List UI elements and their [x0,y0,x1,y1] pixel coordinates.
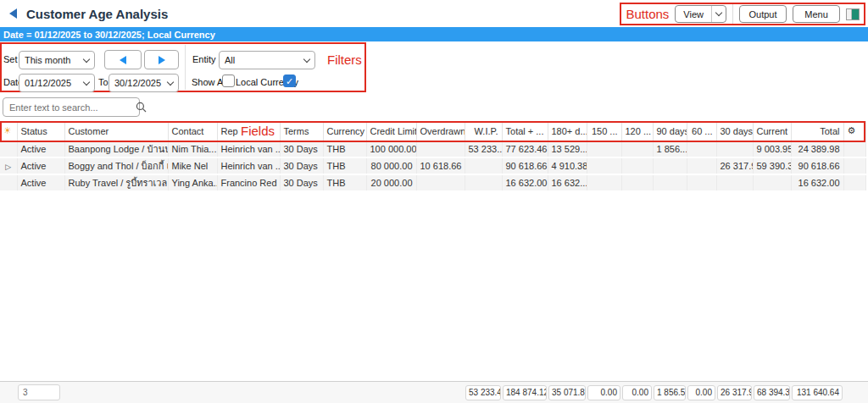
cell-120-days[interactable] [621,174,653,191]
cell-current[interactable] [753,174,791,191]
column-chooser-gear-icon[interactable]: ⚙ [843,121,865,141]
cell-60-days[interactable] [687,174,716,191]
cell-contact[interactable]: Nim Thia... [168,141,217,157]
cell-credit-limit[interactable]: 100 000.00 [366,141,416,157]
cell-90-days[interactable] [653,157,687,174]
column-header-90-days[interactable]: 90 days [653,121,687,141]
cell-total[interactable]: 24 389.98 [791,141,843,157]
column-header-60-days[interactable]: 60 ... [687,121,716,141]
cell-overdrawn[interactable] [416,174,465,191]
entity-dropdown[interactable]: All [219,51,315,69]
cell-120-days[interactable] [621,157,653,174]
back-arrow-icon[interactable] [9,8,17,19]
column-header-current[interactable]: Current [753,121,791,141]
cell-overdrawn[interactable]: 10 618.66 [416,157,465,174]
cell-total[interactable]: 16 632.00 [791,174,843,191]
output-button[interactable]: Output [739,5,787,23]
search-input[interactable] [3,102,136,113]
column-header-rep[interactable]: Rep [217,121,280,141]
cell-customer[interactable]: Ruby Travel / รูบี้ทราเวล [64,174,168,191]
cell-currency[interactable]: THB [323,141,366,157]
sun-icon[interactable]: ☀ [3,125,12,136]
cell-customer[interactable]: Baanpong Lodge / บ้านปงล... [64,141,168,157]
view-button-label[interactable]: View [676,6,711,22]
cell-rep[interactable]: Francino Red [217,174,280,191]
cell-total[interactable]: 90 618.66 [791,157,843,174]
cell-terms[interactable]: 30 Days [280,174,323,191]
cell-contact[interactable]: Ying Anka... [168,174,217,191]
row-indicator [0,141,17,157]
table-row[interactable]: ▷ Active Boggy and Thol / บ็อกกี้ แอ... … [0,157,865,174]
search-icon[interactable] [136,102,147,113]
cell-current[interactable]: 9 003.95 [753,141,791,157]
column-header-total-wip[interactable]: Total + ... [502,121,548,141]
cell-currency[interactable]: THB [323,174,366,191]
cell-status[interactable]: Active [17,174,64,191]
column-header-150-days[interactable]: 150 ... [587,121,621,141]
next-period-button[interactable] [144,50,179,69]
column-header-customer[interactable]: Customer [64,121,168,141]
column-header-30-days[interactable]: 30 days [716,121,753,141]
column-header-overdrawn[interactable]: Overdrawn [416,121,465,141]
cell-credit-limit[interactable]: 20 000.00 [366,174,416,191]
column-header-180-days[interactable]: 180+ d... [548,121,587,141]
summary-90-days: 1 856.55 [654,385,686,400]
cell-30-days[interactable] [716,174,753,191]
column-header-currency[interactable]: Currency [323,121,366,141]
menu-button[interactable]: Menu [793,5,840,23]
cell-currency[interactable]: THB [323,157,366,174]
title-bar: Customer Age Analysis Buttons View Outpu… [0,0,868,27]
cell-rep[interactable]: Heinrich van ... [217,141,280,157]
cell-30-days[interactable] [716,141,753,157]
date-to-dropdown[interactable]: 30/12/2025 [108,74,179,92]
cell-rep[interactable]: Heinrich van ... [217,157,280,174]
cell-150-days[interactable] [587,157,621,174]
cell-overdrawn[interactable] [416,141,465,157]
cell-total-wip[interactable]: 90 618.66 [502,157,548,174]
cell-contact[interactable]: Mike Nel [168,157,217,174]
prev-period-button[interactable] [104,50,142,69]
column-header-status[interactable]: Status [17,121,64,141]
table-row[interactable]: Active Baanpong Lodge / บ้านปงล... Nim T… [0,141,865,157]
cell-60-days[interactable] [687,157,716,174]
column-header-wip[interactable]: W.I.P. [465,121,502,141]
view-button[interactable]: View [675,5,726,23]
cell-terms[interactable]: 30 Days [280,141,323,157]
table-row[interactable]: Active Ruby Travel / รูบี้ทราเวล Ying An… [0,174,865,191]
cell-60-days[interactable] [687,141,716,157]
column-header-total[interactable]: Total [791,121,843,141]
cell-180-days[interactable]: 13 529.... [548,141,587,157]
column-header-120-days[interactable]: 120 ... [621,121,653,141]
divider [185,45,186,90]
cell-90-days[interactable]: 1 856.... [653,141,687,157]
entity-label: Entity [192,54,216,64]
cell-status[interactable]: Active [17,141,64,157]
cell-current[interactable]: 59 390.35 [753,157,791,174]
cell-180-days[interactable]: 4 910.38 [548,157,587,174]
cell-90-days[interactable] [653,174,687,191]
set-dropdown[interactable]: This month [19,51,95,69]
cell-150-days[interactable] [587,141,621,157]
cell-total-wip[interactable]: 77 623.46 [502,141,548,157]
show-all-checkbox[interactable] [222,75,235,87]
cell-wip[interactable] [465,174,502,191]
cell-terms[interactable]: 30 Days [280,157,323,174]
chevron-down-icon [303,55,310,62]
cell-180-days[interactable]: 16 632.... [548,174,587,191]
cell-120-days[interactable] [621,141,653,157]
panel-toggle-icon[interactable] [846,8,860,20]
column-header-contact[interactable]: Contact [168,121,217,141]
date-from-dropdown[interactable]: 01/12/2025 [19,74,95,92]
view-dropdown-toggle[interactable] [711,6,726,22]
cell-credit-limit[interactable]: 80 000.00 [366,157,416,174]
cell-status[interactable]: Active [17,157,64,174]
cell-150-days[interactable] [587,174,621,191]
column-header-terms[interactable]: Terms [280,121,323,141]
cell-30-days[interactable]: 26 317.93 [716,157,753,174]
cell-customer[interactable]: Boggy and Thol / บ็อกกี้ แอ... [64,157,168,174]
local-currency-checkbox[interactable]: ✓ [283,75,296,87]
column-header-credit-limit[interactable]: Credit Limit [366,121,416,141]
cell-wip[interactable] [465,157,502,174]
cell-wip[interactable]: 53 233.... [465,141,502,157]
cell-total-wip[interactable]: 16 632.00 [502,174,548,191]
